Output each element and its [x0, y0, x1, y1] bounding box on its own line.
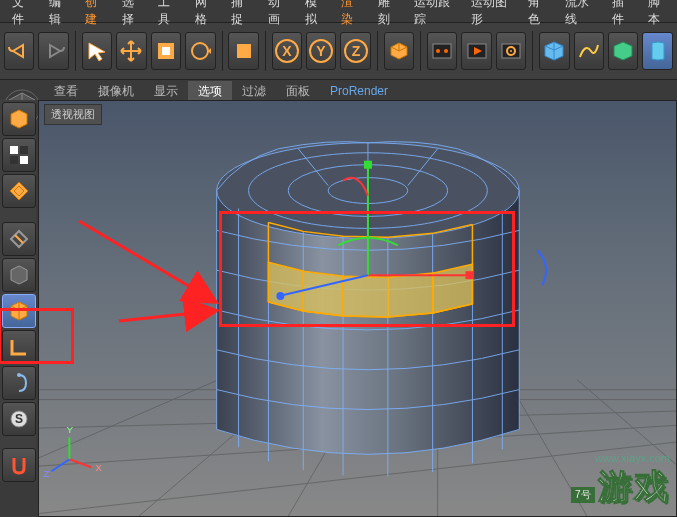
render-view-button[interactable] [427, 32, 457, 70]
menu-item-0[interactable]: 文件 [4, 0, 41, 30]
cube-primitive-button[interactable] [539, 32, 569, 70]
svg-point-15 [507, 47, 515, 55]
scale-button[interactable] [151, 32, 181, 70]
svg-rect-19 [20, 146, 28, 154]
svg-rect-57 [465, 271, 473, 279]
rotate-button[interactable] [185, 32, 215, 70]
edge-mode-button[interactable] [2, 330, 36, 364]
live-select-button[interactable] [82, 32, 112, 70]
menu-item-12[interactable]: 运动图形 [463, 0, 520, 30]
svg-point-23 [11, 411, 27, 427]
make-editable-button[interactable] [2, 102, 36, 136]
deformer-button[interactable] [642, 32, 672, 70]
svg-point-11 [436, 49, 440, 53]
render-settings-button[interactable] [496, 32, 526, 70]
generator-button[interactable] [608, 32, 638, 70]
vp-menu-item-1[interactable]: 摄像机 [88, 81, 144, 102]
polygon-mode-button[interactable] [2, 294, 36, 328]
menu-item-16[interactable]: 脚本 [640, 0, 677, 30]
viewport-3d[interactable]: X Y Z www.xiayx.com 7号 游戏 [38, 100, 677, 517]
x-axis-button[interactable]: X [272, 32, 302, 70]
point-mode-button[interactable] [2, 366, 36, 400]
watermark-url: www.xiayx.com [571, 452, 670, 464]
vp-menu-item-4[interactable]: 过滤 [232, 81, 276, 102]
watermark-brand-small: 7号 [571, 487, 595, 503]
vp-menu-item-0[interactable]: 查看 [44, 81, 88, 102]
svg-point-12 [444, 49, 448, 53]
svg-point-8 [345, 40, 367, 62]
coord-system-button[interactable] [384, 32, 414, 70]
undo-button[interactable] [4, 32, 34, 70]
svg-point-6 [310, 40, 332, 62]
main-menu-bar: 文件编辑创建选择工具网格捕捉动画模拟渲染雕刻运动跟踪运动图形角色流水线插件脚本 [0, 0, 677, 23]
svg-rect-18 [10, 146, 18, 154]
menu-item-6[interactable]: 捕捉 [223, 0, 260, 30]
vp-menu-item-2[interactable]: 显示 [144, 81, 188, 102]
move-button[interactable] [116, 32, 146, 70]
object-mode-button[interactable] [2, 258, 36, 292]
svg-text:S: S [15, 412, 23, 426]
menu-item-3[interactable]: 选择 [114, 0, 151, 30]
vp-menu-item-5[interactable]: 面板 [276, 81, 320, 102]
watermark-brand-big: 游戏 [598, 467, 670, 505]
svg-rect-13 [468, 44, 486, 58]
svg-rect-0 [158, 43, 174, 59]
menu-item-11[interactable]: 运动跟踪 [406, 0, 463, 30]
axis-z-label: Z [44, 468, 50, 479]
svg-rect-1 [162, 47, 170, 55]
svg-point-2 [192, 43, 208, 59]
watermark: www.xiayx.com 7号 游戏 [571, 452, 670, 510]
menu-item-5[interactable]: 网格 [187, 0, 224, 30]
svg-text:Z: Z [351, 43, 360, 59]
axis-x-label: X [95, 462, 102, 473]
texture-mode-button[interactable] [2, 174, 36, 208]
workspace: S [0, 100, 677, 517]
workplane-button[interactable] [2, 222, 36, 256]
svg-rect-14 [502, 44, 520, 58]
menu-item-9[interactable]: 渲染 [333, 0, 370, 30]
svg-point-61 [276, 292, 284, 300]
main-toolbar: X Y Z [0, 23, 677, 80]
axis-y-label: Y [66, 424, 73, 435]
redo-button[interactable] [38, 32, 68, 70]
svg-point-4 [276, 40, 298, 62]
left-tool-column: S [0, 100, 36, 482]
svg-rect-59 [364, 161, 372, 169]
svg-point-22 [17, 373, 21, 377]
viewport-menu-bar: 查看摄像机显示选项过滤面板ProRender [0, 80, 677, 102]
spline-button[interactable] [574, 32, 604, 70]
render-pv-button[interactable] [461, 32, 491, 70]
y-axis-button[interactable]: Y [306, 32, 336, 70]
vp-menu-item-6[interactable]: ProRender [320, 82, 398, 100]
menu-item-10[interactable]: 雕刻 [370, 0, 407, 30]
svg-text:Y: Y [317, 43, 327, 59]
menu-item-8[interactable]: 模拟 [297, 0, 334, 30]
svg-point-16 [510, 50, 512, 52]
menu-item-13[interactable]: 角色 [520, 0, 557, 30]
menu-item-7[interactable]: 动画 [260, 0, 297, 30]
z-axis-button[interactable]: Z [340, 32, 370, 70]
last-tool-button[interactable] [228, 32, 258, 70]
svg-rect-10 [433, 44, 451, 58]
snap-button[interactable] [2, 448, 36, 482]
menu-item-1[interactable]: 编辑 [41, 0, 78, 30]
menu-item-2[interactable]: 创建 [77, 0, 114, 30]
svg-text:X: X [282, 43, 292, 59]
menu-item-15[interactable]: 插件 [604, 0, 641, 30]
svg-rect-3 [237, 44, 251, 58]
vp-menu-item-3[interactable]: 选项 [188, 81, 232, 102]
menu-item-4[interactable]: 工具 [150, 0, 187, 30]
svg-rect-20 [10, 156, 18, 164]
model-mode-button[interactable] [2, 138, 36, 172]
menu-item-14[interactable]: 流水线 [557, 0, 604, 30]
viewport-label: 透视视图 [44, 104, 102, 125]
svg-rect-21 [20, 156, 28, 164]
enable-axis-button[interactable]: S [2, 402, 36, 436]
